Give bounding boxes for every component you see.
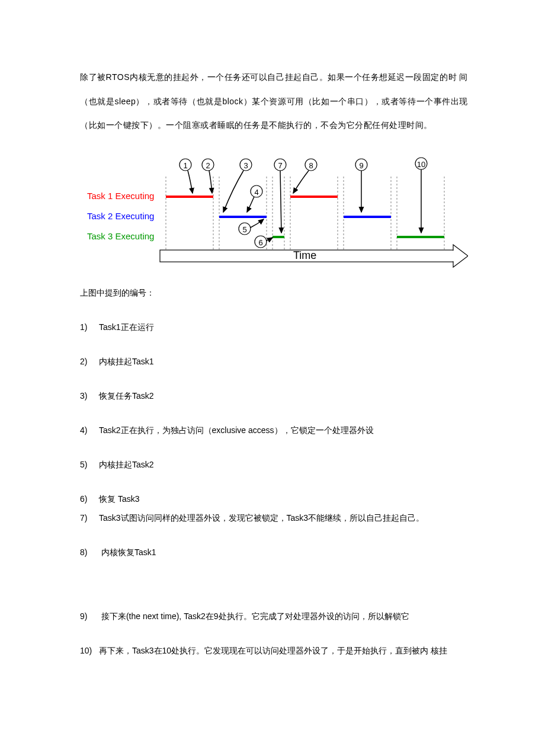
list-item-4: 4)Task2正在执行，为独占访问（exclusive access），它锁定一… [80, 425, 468, 436]
svg-text:10: 10 [417, 159, 425, 168]
item-number: 9) [80, 611, 99, 621]
list-item-9: 9) 接下来(the next time), Task2在9处执行。它完成了对处… [80, 611, 468, 622]
marker-2: 2 [202, 159, 214, 193]
item-text: 再下来，Task3在10处执行。它发现现在可以访问处理器外设了，于是开始执行，直… [99, 646, 447, 655]
item-number: 5) [80, 460, 99, 469]
list-item-6: 6)恢复 Task3 [80, 494, 468, 505]
intro-paragraph: 除了被RTOS内核无意的挂起外，一个任务还可以自己挂起自己。如果一个任务想延迟一… [80, 65, 468, 137]
item-text: Task3试图访问同样的处理器外设，发现它被锁定，Task3不能继续，所以自己挂… [99, 513, 424, 523]
time-label: Time [293, 249, 316, 261]
svg-text:2: 2 [206, 161, 210, 169]
marker-6: 6 [255, 236, 272, 248]
svg-text:3: 3 [243, 161, 248, 169]
item-text: 恢复 Task3 [99, 494, 139, 504]
time-axis: Time [160, 245, 468, 267]
svg-text:9: 9 [359, 161, 363, 169]
svg-text:7: 7 [278, 161, 282, 169]
label-task1: Task 1 Executing [87, 191, 154, 201]
task-timing-diagram: Task 1 Executing Task 2 Executing Task 3… [80, 153, 468, 271]
marker-9: 9 [355, 159, 367, 212]
svg-rect-20 [452, 251, 455, 261]
item-text: 内核挂起Task2 [99, 460, 154, 469]
item-number: 10) [80, 646, 99, 655]
item-text: Task2正在执行，为独占访问（exclusive access），它锁定一个处… [99, 425, 374, 435]
diagram-caption: 上图中提到的编号： [80, 288, 468, 299]
list-item-5: 5)内核挂起Task2 [80, 460, 468, 470]
svg-marker-19 [453, 245, 468, 267]
list-item-7: 7)Task3试图访问同样的处理器外设，发现它被锁定，Task3不能继续，所以自… [80, 513, 468, 524]
list-item-3: 3)恢复任务Task2 [80, 391, 468, 402]
item-text: 恢复任务Task2 [99, 391, 154, 401]
list-item-1: 1)Task1正在运行 [80, 322, 468, 333]
document-page: 除了被RTOS内核无意的挂起外，一个任务还可以自己挂起自己。如果一个任务想延迟一… [0, 0, 545, 704]
item-number: 3) [80, 391, 99, 401]
item-text: 接下来(the next time), Task2在9处执行。它完成了对处理器外… [99, 611, 409, 621]
svg-text:4: 4 [254, 187, 258, 196]
svg-text:6: 6 [258, 238, 262, 246]
item-number: 4) [80, 425, 99, 435]
list-item-8: 8) 内核恢复Task1 [80, 547, 468, 558]
item-number: 6) [80, 494, 99, 504]
label-task3: Task 3 Executing [87, 231, 154, 241]
svg-text:1: 1 [183, 161, 187, 169]
label-task2: Task 2 Executing [87, 211, 154, 221]
marker-3: 3 [223, 159, 252, 212]
item-number: 2) [80, 357, 99, 366]
item-text: 内核恢复Task1 [99, 547, 156, 557]
item-text: 内核挂起Task1 [99, 357, 154, 366]
numbered-list: 1)Task1正在运行2)内核挂起Task13)恢复任务Task24)Task2… [80, 322, 468, 656]
svg-text:5: 5 [242, 225, 246, 233]
svg-text:8: 8 [309, 161, 313, 169]
item-text: Task1正在运行 [99, 322, 154, 332]
item-number: 8) [80, 547, 99, 557]
marker-4: 4 [247, 185, 262, 212]
item-number: 1) [80, 322, 99, 332]
marker-10: 10 [415, 158, 427, 233]
marker-8: 8 [293, 159, 317, 193]
item-number: 7) [80, 513, 99, 523]
marker-5: 5 [239, 219, 264, 235]
list-item-2: 2)内核挂起Task1 [80, 357, 468, 367]
list-item-10: 10)再下来，Task3在10处执行。它发现现在可以访问处理器外设了，于是开始执… [80, 646, 468, 656]
marker-1: 1 [179, 159, 193, 193]
